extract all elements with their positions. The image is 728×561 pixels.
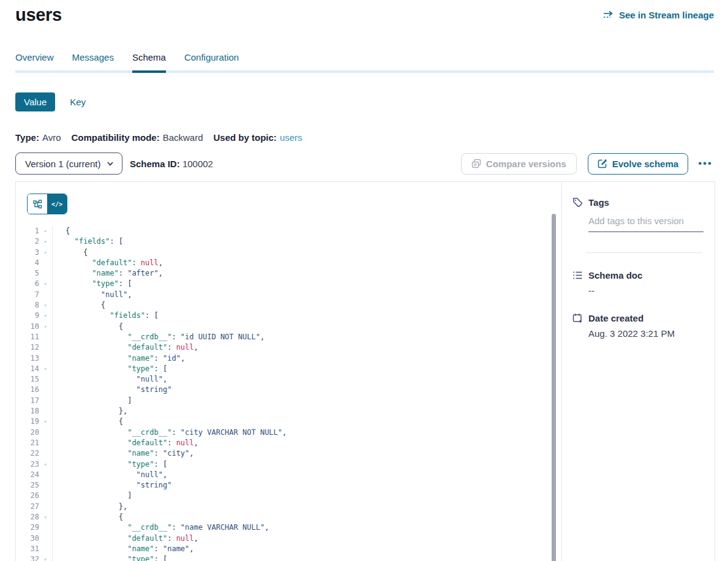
code-line: 4 "default": null, bbox=[16, 258, 561, 268]
tab-configuration[interactable]: Configuration bbox=[184, 52, 239, 70]
tags-title: Tags bbox=[588, 197, 609, 208]
fold-toggle-icon[interactable]: ▾ bbox=[39, 236, 51, 247]
tab-overview[interactable]: Overview bbox=[15, 52, 54, 70]
line-number: 7 bbox=[16, 290, 39, 300]
type-value: Avro bbox=[42, 132, 61, 143]
schema-page: users See in Stream lineage OverviewMess… bbox=[0, 0, 728, 561]
fold-spacer bbox=[39, 480, 51, 491]
more-options-button[interactable]: ••• bbox=[697, 155, 714, 172]
tab-bar: OverviewMessagesSchemaConfiguration bbox=[15, 52, 714, 73]
date-created-value: Aug. 3 2022 3:21 PM bbox=[588, 328, 702, 339]
tab-schema[interactable]: Schema bbox=[132, 52, 166, 70]
fold-toggle-icon[interactable]: ▾ bbox=[39, 300, 51, 311]
code-line-text: "fields": [ bbox=[53, 311, 159, 321]
code-line: 23▾ "type": [ bbox=[16, 459, 561, 470]
fold-toggle-icon[interactable]: ▾ bbox=[39, 364, 51, 374]
code-line-text: "type": [ bbox=[53, 459, 167, 470]
fold-toggle-icon[interactable]: ▾ bbox=[39, 512, 51, 522]
code-line-text: ] bbox=[53, 396, 132, 406]
fold-toggle-icon[interactable]: ▾ bbox=[39, 459, 51, 470]
code-line: 26 ] bbox=[16, 491, 561, 501]
code-line-text: { bbox=[53, 247, 88, 258]
code-line-text: "type": [ bbox=[53, 364, 167, 374]
schema-id-value: 100002 bbox=[182, 159, 213, 169]
scrollbar[interactable] bbox=[552, 214, 556, 561]
code-line-text: "fields": [ bbox=[53, 236, 123, 247]
key-tab-button[interactable]: Key bbox=[70, 97, 86, 107]
value-tab-button[interactable]: Value bbox=[15, 92, 55, 111]
schema-sidebar: Tags bbox=[561, 182, 715, 561]
fold-spacer bbox=[39, 502, 51, 512]
fold-toggle-icon[interactable]: ▾ bbox=[39, 322, 51, 332]
stream-lineage-link[interactable]: See in Stream lineage bbox=[603, 10, 714, 20]
line-number: 21 bbox=[16, 438, 39, 448]
fold-toggle-icon[interactable]: ▾ bbox=[39, 311, 51, 321]
code-line: 6▾ "type": [ bbox=[16, 279, 561, 289]
code-line-text: "default": null, bbox=[53, 258, 163, 268]
line-number: 23 bbox=[16, 459, 39, 470]
line-number: 15 bbox=[16, 374, 39, 385]
code-line: 12 "default": null, bbox=[16, 342, 561, 353]
code-line-text: ] bbox=[53, 491, 132, 501]
code-line: 19▾ { bbox=[16, 416, 561, 427]
fold-toggle-icon[interactable]: ▾ bbox=[39, 279, 51, 289]
fold-toggle-icon[interactable]: ▾ bbox=[39, 554, 51, 561]
view-mode-toggle: </> bbox=[27, 194, 67, 214]
evolve-schema-button[interactable]: Evolve schema bbox=[588, 153, 688, 175]
line-number: 4 bbox=[16, 258, 39, 268]
code-line: 1▾{ bbox=[16, 226, 561, 236]
code-line: 7 "null", bbox=[16, 290, 561, 300]
line-number: 28 bbox=[16, 512, 39, 522]
code-line-text: "type": [ bbox=[53, 279, 132, 289]
schema-card: </> 1▾{2▾ "fields": [3▾ {4 "default": nu… bbox=[15, 181, 715, 561]
code-area: 1▾{2▾ "fields": [3▾ {4 "default": null,5… bbox=[16, 226, 561, 561]
compatibility-value: Backward bbox=[163, 132, 203, 143]
fold-spacer bbox=[39, 427, 51, 438]
date-created-title: Date created bbox=[588, 313, 644, 323]
fold-toggle-icon[interactable]: ▾ bbox=[39, 416, 51, 427]
compare-versions-button[interactable]: Compare versions bbox=[461, 153, 577, 175]
line-number: 2 bbox=[16, 236, 39, 247]
code-line-text: "string" bbox=[53, 385, 171, 395]
line-number: 1 bbox=[16, 226, 39, 236]
fold-spacer bbox=[39, 385, 51, 395]
sidebar-divider bbox=[586, 252, 702, 253]
line-number: 25 bbox=[16, 480, 39, 491]
line-number: 8 bbox=[16, 300, 39, 311]
code-line: 13 "name": "id", bbox=[16, 353, 561, 364]
fold-toggle-icon[interactable]: ▾ bbox=[39, 226, 51, 236]
calendar-plus-icon bbox=[572, 313, 583, 323]
value-key-toggle: Value Key bbox=[15, 92, 714, 111]
fold-spacer bbox=[39, 470, 51, 480]
fold-spacer bbox=[39, 406, 51, 416]
schema-doc-title: Schema doc bbox=[588, 270, 642, 280]
fold-toggle-icon[interactable]: ▾ bbox=[39, 247, 51, 258]
tree-view-icon bbox=[33, 200, 42, 209]
code-line: 10▾ { bbox=[16, 322, 561, 332]
code-line: 3▾ { bbox=[16, 247, 561, 258]
line-number: 26 bbox=[16, 491, 39, 501]
tree-view-button[interactable] bbox=[28, 194, 47, 214]
code-line-text: "__crdb__": "id UUID NOT NULL", bbox=[53, 332, 265, 342]
code-line-text: "default": null, bbox=[53, 533, 198, 544]
tab-messages[interactable]: Messages bbox=[72, 52, 114, 70]
schema-meta: Type: Avro Compatibility mode: Backward … bbox=[15, 132, 714, 143]
code-view-button[interactable]: </> bbox=[47, 194, 67, 214]
version-bar: Version 1 (current) Schema ID: 100002 bbox=[15, 152, 714, 175]
code-line-text: "type": [ bbox=[53, 554, 167, 561]
compatibility-label: Compatibility mode: bbox=[71, 132, 159, 143]
code-line-text: "default": null, bbox=[53, 438, 198, 448]
version-select[interactable]: Version 1 (current) bbox=[15, 152, 122, 175]
code-line: 11 "__crdb__": "id UUID NOT NULL", bbox=[16, 332, 561, 342]
code-line-text: }, bbox=[53, 406, 127, 416]
line-number: 24 bbox=[16, 470, 39, 480]
line-number: 27 bbox=[16, 502, 39, 512]
line-number: 18 bbox=[16, 406, 39, 416]
add-tags-input[interactable] bbox=[588, 216, 704, 232]
fold-spacer bbox=[39, 290, 51, 300]
fold-spacer bbox=[39, 268, 51, 279]
code-line: 31 "name": "name", bbox=[16, 544, 561, 554]
fold-spacer bbox=[39, 533, 51, 544]
topic-link[interactable]: users bbox=[280, 132, 302, 143]
code-line: 27 }, bbox=[16, 502, 561, 512]
